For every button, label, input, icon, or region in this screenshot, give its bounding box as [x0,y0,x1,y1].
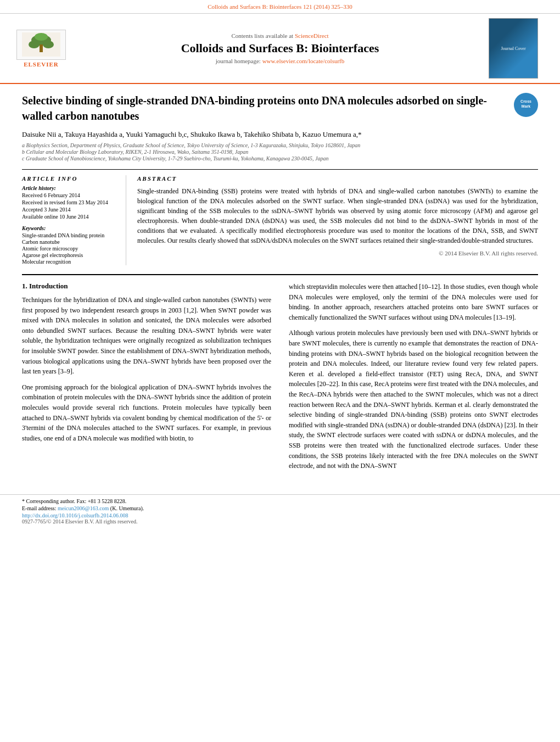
svg-text:Mark: Mark [522,104,530,108]
article-info-title: ARTICLE INFO [22,175,120,182]
doi-link[interactable]: http://dx.doi.org/10.1016/j.colsurfb.201… [22,512,538,518]
right-column: which streptavidin molecules were then a… [287,282,538,477]
section-title-text: Introduction [29,282,68,290]
article-body: ARTICLE INFO Article history: Received 6… [22,169,538,265]
main-content: 1. Introduction Techniques for the hybri… [22,274,538,477]
affiliation-b: b Cellular and Molecular Biology Laborat… [22,149,538,155]
svg-rect-4 [40,44,43,52]
article-footer: * Corresponding author. Fax: +81 3 5228 … [0,494,560,525]
crossmark-icon: Cross Mark [516,95,536,115]
section-number: 1. [22,282,27,290]
top-bar: Colloids and Surfaces B: Biointerfaces 1… [0,0,560,14]
article-title-section: Selective binding of single-stranded DNA… [22,93,538,124]
svg-point-2 [29,41,40,48]
right-text-2: Although various protein molecules have … [289,328,538,471]
keywords-section: Keywords: Single-stranded DNA binding pr… [22,225,120,265]
email-address: meicun2006@163.com [58,505,109,511]
elsevier-logo: ELSEVIER [11,30,71,68]
svg-text:Cross: Cross [520,99,531,103]
keyword-4: Agarose gel electrophoresis [22,252,120,258]
article-info: ARTICLE INFO Article history: Received 6… [22,175,126,265]
journal-cover-image: Journal Cover [489,18,538,79]
sciencedirect-link[interactable]: ScienceDirect [295,32,329,39]
history-label: Article history: [22,185,120,191]
affiliation-c: c Graduate School of Nanobioscience, Yok… [22,155,538,161]
elsevier-logo-area: ELSEVIER [11,30,71,68]
copyright-line: © 2014 Elsevier B.V. All rights reserved… [137,250,538,256]
affiliations: a Biophysics Section, Department of Phys… [22,142,538,161]
footnote-email: E-mail address: meicun2006@163.com (K. U… [22,505,538,511]
received-date: Received 6 February 2014 [22,192,120,198]
homepage-link[interactable]: www.elsevier.com/locate/colsurfb [262,58,345,64]
keyword-5: Molecular recognition [22,259,120,265]
elsevier-logo-image [16,30,66,60]
affiliation-a: a Biophysics Section, Department of Phys… [22,142,538,148]
email-suffix: (K. Umemura). [110,505,144,511]
intro-heading: 1. Introduction [22,282,271,291]
keyword-3: Atomic force microscopy [22,246,120,252]
journal-title: Colloids and Surfaces B: Biointerfaces [71,41,489,55]
intro-para-1: Techniques for the hybridization of DNA … [22,295,271,377]
available-online: Available online 10 June 2014 [22,214,120,220]
journal-citation: Colloids and Surfaces B: Biointerfaces 1… [208,3,352,10]
right-text-1: which streptavidin molecules were then a… [289,282,538,322]
journal-header: ELSEVIER Contents lists available at Sci… [0,14,560,84]
keywords-label: Keywords: [22,225,120,231]
email-label: E-mail address: [22,505,56,511]
abstract-section: ABSTRACT Single-stranded DNA-binding (SS… [137,175,538,265]
svg-point-3 [43,41,54,48]
revised-date: Received in revised form 23 May 2014 [22,199,120,205]
abstract-text: Single-stranded DNA-binding (SSB) protei… [137,186,538,246]
authors-text: Daisuke Nii a, Takuya Hayashida a, Yuuki… [22,130,362,138]
journal-cover: Journal Cover [489,18,549,79]
crossmark-badge: Cross Mark [514,93,538,117]
journal-center: Contents lists available at ScienceDirec… [71,32,489,64]
abstract-title: ABSTRACT [137,175,538,182]
elsevier-tree-icon [22,32,60,57]
authors-line: Daisuke Nii a, Takuya Hayashida a, Yuuki… [22,130,538,139]
elsevier-label: ELSEVIER [24,61,59,68]
keyword-2: Carbon nanotube [22,239,120,245]
keyword-1: Single-stranded DNA binding protein [22,232,120,238]
journal-homepage: journal homepage: www.elsevier.com/locat… [71,58,489,64]
svg-point-5 [35,33,48,41]
left-column: 1. Introduction Techniques for the hybri… [22,282,273,477]
article-container: Selective binding of single-stranded DNA… [0,84,560,486]
contents-link: Contents lists available at ScienceDirec… [71,32,489,39]
footnote-star: * Corresponding author. Fax: +81 3 5228 … [22,498,538,504]
article-title: Selective binding of single-stranded DNA… [22,93,514,124]
intro-para-2: One promising approach for the biologica… [22,382,271,444]
issn-text: 0927-7765/© 2014 Elsevier B.V. All right… [22,518,538,525]
accepted-date: Accepted 3 June 2014 [22,207,120,213]
